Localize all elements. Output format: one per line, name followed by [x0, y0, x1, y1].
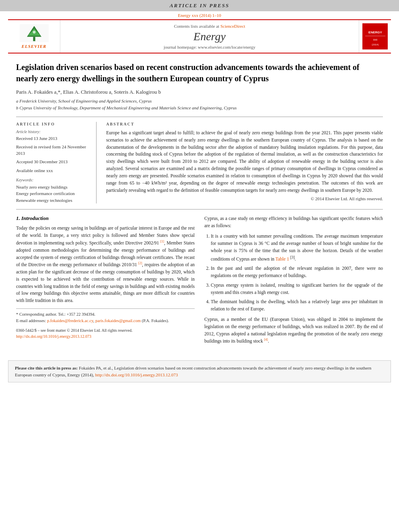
feature-item-4: The dominant building is the dwelling, w… — [211, 298, 383, 313]
available-online: Available online xxx — [16, 168, 90, 174]
copyright-line: © 2014 Elsevier Ltd. All rights reserved… — [106, 196, 383, 201]
affiliations: a Frederick University, School of Engine… — [16, 98, 383, 111]
abstract-text: Europe has a significant target ahead to… — [106, 129, 383, 194]
keywords-label: Keywords: — [16, 178, 90, 182]
right-intro-text: Cyprus, as a case study on energy effici… — [204, 215, 383, 230]
ref1[interactable]: [1] — [160, 240, 164, 243]
journal-center: Contents lists available at ScienceDirec… — [60, 20, 359, 53]
svg-text:(2014): (2014) — [372, 43, 378, 46]
doi-bottom-link[interactable]: http://dx.doi.org/10.1016/j.energy.2013.… — [16, 334, 91, 339]
corresponding-author: * Corresponding author. Tel.: +357 22 39… — [16, 311, 195, 318]
body-right-column: Cyprus, as a case study on energy effici… — [204, 215, 383, 348]
authors-line: Paris A. Fokaides a,*, Elias A. Christof… — [16, 89, 383, 95]
keyword-2: Energy performance certification — [16, 190, 90, 197]
article-in-press-banner: ARTICLE IN PRESS — [0, 0, 399, 11]
intro-para1: Today the policies on energy saving in b… — [16, 225, 195, 304]
body-two-col: 1. Introduction Today the policies on en… — [16, 215, 383, 348]
energy-logo-box: ENERGY xxx (2014) — [362, 23, 388, 49]
feature-list: It is a country with hot summer prevaili… — [204, 233, 383, 313]
keyword-1: Nearly zero energy buildings — [16, 184, 90, 191]
abstract-label: ABSTRACT — [106, 122, 383, 126]
journal-homepage: journal homepage: www.elsevier.com/locat… — [164, 45, 255, 49]
body-content: 1. Introduction Today the policies on en… — [16, 209, 383, 348]
intro-heading: 1. Introduction — [16, 215, 195, 222]
svg-rect-7 — [365, 36, 385, 36]
issn-bar: 0360-5442/$ – see front matter © 2014 El… — [16, 327, 195, 339]
keyword-3: Renewable energy technologies — [16, 197, 90, 204]
svg-text:xxx: xxx — [373, 38, 377, 41]
accepted-date: Accepted 30 December 2013 — [16, 159, 90, 165]
email-line: E-mail addresses: p.fokaides@frederick.a… — [16, 318, 195, 324]
sciencedirect-link[interactable]: ScienceDirect — [220, 24, 245, 29]
svg-point-4 — [33, 31, 35, 33]
received-revised: Received in revised form 24 November 201… — [16, 144, 90, 156]
article-info-column: ARTICLE INFO Article history: Received 1… — [16, 122, 97, 203]
article-title: Legislation driven scenarios based on re… — [16, 62, 383, 84]
body-left-column: 1. Introduction Today the policies on en… — [16, 215, 195, 348]
citation-doi-link[interactable]: http://dx.doi.org/10.1016/j.energy.2013.… — [95, 372, 178, 377]
elsevier-tree-icon — [18, 24, 50, 42]
table1-link[interactable]: Table 1 — [276, 256, 289, 261]
journal-header: ELSEVIER Contents lists available at Sci… — [8, 19, 391, 53]
right-para2: Cyprus, as a member of the EU (European … — [204, 316, 383, 345]
journal-title: Energy — [193, 30, 226, 43]
info-abstract-section: ARTICLE INFO Article history: Received 1… — [16, 117, 383, 203]
elsevier-logo-area: ELSEVIER — [8, 20, 60, 53]
feature-item-2: In the past and until the adoption of th… — [211, 265, 383, 279]
ref3[interactable]: [3] — [290, 255, 295, 259]
history-label: Article history: — [16, 129, 90, 134]
feature-item-1: It is a country with hot summer prevaili… — [211, 233, 383, 263]
svg-text:ENERGY: ENERGY — [368, 31, 382, 34]
footnote-area: * Corresponding author. Tel.: +357 22 39… — [16, 308, 195, 324]
elsevier-text: ELSEVIER — [22, 44, 47, 49]
email1-link[interactable]: p.fokaides@frederick.ac.cy — [47, 318, 93, 323]
doi-line: Energy xxx (2014) 1–10 — [0, 11, 399, 19]
svg-rect-1 — [33, 37, 35, 41]
received-date: Received 13 June 2013 — [16, 136, 90, 142]
energy-logo-area: ENERGY xxx (2014) — [359, 20, 391, 53]
feature-item-3: Cyprus energy system is isolated, result… — [211, 282, 383, 296]
abstract-column: ABSTRACT Europe has a significant target… — [106, 122, 383, 203]
ref2[interactable]: [2] — [138, 261, 142, 265]
ref4[interactable]: [4] — [264, 338, 268, 341]
email2-link[interactable]: paris.fokaides@gmail.com — [95, 318, 141, 323]
main-content: Legislation driven scenarios based on re… — [0, 53, 399, 356]
sciencedirect-line: Contents lists available at ScienceDirec… — [174, 24, 245, 29]
page-wrapper: ARTICLE IN PRESS Energy xxx (2014) 1–10 … — [0, 0, 399, 532]
article-info-label: ARTICLE INFO — [16, 122, 90, 126]
energy-logo-icon: ENERGY xxx (2014) — [363, 25, 387, 49]
citation-box: Please cite this article in press as: Fo… — [8, 360, 391, 382]
